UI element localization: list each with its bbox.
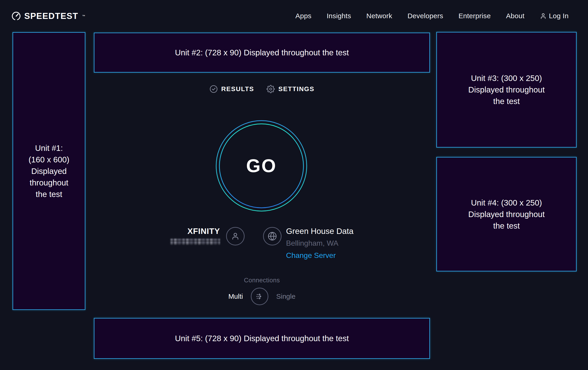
ad-unit-2-text: Unit #2: (728 x 90) Displayed throughout…: [175, 47, 349, 58]
speedtest-gauge-icon: [11, 11, 21, 21]
ad-unit-5: Unit #5: (728 x 90) Displayed throughout…: [94, 318, 430, 359]
server-block: Green House Data Bellingham, WA Change S…: [263, 224, 354, 260]
nav-item-network[interactable]: Network: [366, 12, 392, 20]
brand-trademark: ™: [82, 14, 85, 18]
person-icon: [231, 231, 240, 241]
go-label: GO: [215, 120, 308, 212]
login-link[interactable]: Log In: [540, 12, 569, 20]
connection-mode-toggle[interactable]: [251, 288, 268, 305]
nav-item-apps[interactable]: Apps: [295, 12, 312, 20]
globe-icon: [267, 231, 277, 241]
ad-unit-4: Unit #4: (300 x 250) Displayed throughou…: [436, 157, 577, 271]
tab-results[interactable]: RESULTS: [210, 85, 254, 93]
connections-section: Connections Multi S: [94, 277, 430, 305]
nav-item-enterprise[interactable]: Enterprise: [458, 12, 491, 20]
multi-arrows-icon: [255, 291, 264, 301]
main-nav: Apps Insights Network Developers Enterpr…: [295, 12, 569, 20]
ad-unit-3: Unit #3: (300 x 250) Displayed throughou…: [436, 32, 577, 148]
connections-label: Connections: [94, 277, 430, 284]
go-button[interactable]: GO: [215, 120, 308, 212]
server-location: Bellingham, WA: [286, 239, 338, 248]
ad-unit-1: Unit #1: (160 x 600) Displayed throughou…: [12, 32, 85, 310]
check-circle-icon: [210, 85, 218, 93]
server-globe: [263, 227, 282, 245]
ad-unit-4-text: Unit #4: (300 x 250) Displayed throughou…: [468, 197, 545, 232]
view-tabs: RESULTS SETTINGS: [94, 83, 430, 96]
ad-unit-2: Unit #2: (728 x 90) Displayed throughout…: [94, 32, 430, 73]
tab-settings[interactable]: SETTINGS: [266, 85, 314, 93]
isp-avatar[interactable]: [226, 227, 245, 245]
isp-block: XFINITY: [170, 224, 245, 260]
speedtest-page: SPEEDTEST™ Apps Insights Network Develop…: [0, 0, 588, 370]
connection-info: XFINITY: [94, 224, 430, 260]
connections-multi-label[interactable]: Multi: [228, 292, 243, 300]
ad-unit-3-text: Unit #3: (300 x 250) Displayed throughou…: [468, 72, 545, 107]
tab-settings-label: SETTINGS: [278, 85, 314, 93]
redacted-account-text: [170, 239, 220, 245]
change-server-link[interactable]: Change Server: [286, 251, 336, 260]
header: SPEEDTEST™ Apps Insights Network Develop…: [0, 0, 588, 32]
gear-icon: [266, 85, 275, 93]
server-name: Green House Data: [286, 227, 354, 236]
brand-logo[interactable]: SPEEDTEST™: [11, 11, 85, 21]
login-label: Log In: [549, 12, 569, 20]
brand-name: SPEEDTEST: [24, 12, 78, 20]
nav-item-about[interactable]: About: [506, 12, 525, 20]
isp-name: XFINITY: [187, 227, 220, 236]
nav-item-developers[interactable]: Developers: [407, 12, 443, 20]
tab-results-label: RESULTS: [221, 85, 254, 93]
user-icon: [540, 12, 547, 19]
ad-unit-1-text: Unit #1: (160 x 600) Displayed throughou…: [28, 142, 69, 200]
nav-item-insights[interactable]: Insights: [326, 12, 351, 20]
ad-unit-5-text: Unit #5: (728 x 90) Displayed throughout…: [175, 333, 349, 344]
connections-single-label[interactable]: Single: [276, 292, 295, 300]
